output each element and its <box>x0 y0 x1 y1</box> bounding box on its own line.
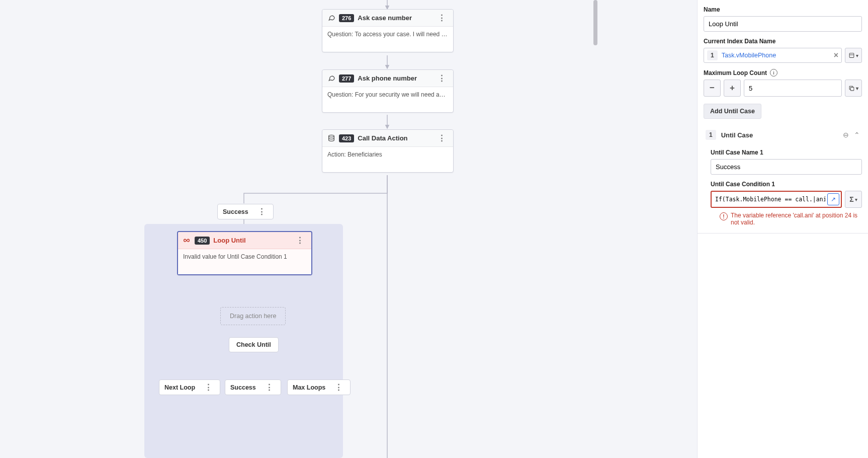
case-name-input[interactable] <box>711 159 862 175</box>
condition-error: ! The variable reference 'call.ani' at p… <box>720 212 862 226</box>
node-id-badge: 450 <box>195 237 210 245</box>
chip-menu-button[interactable]: ⋮ <box>263 383 276 392</box>
node-title: Call Data Action <box>358 134 407 142</box>
index-value: Task.vMobilePhone <box>722 52 776 59</box>
node-body: Action: Beneficiaries <box>322 147 453 172</box>
svg-rect-9 <box>849 53 854 58</box>
chip-menu-button[interactable]: ⋮ <box>255 207 268 216</box>
name-input[interactable] <box>704 16 862 32</box>
node-body: Question: To access your case. I will ne… <box>322 27 453 52</box>
database-icon <box>327 134 335 142</box>
node-title: Ask phone number <box>358 74 417 82</box>
node-error-msg: Invalid value for Until Case Condition 1 <box>178 249 311 274</box>
copy-button[interactable]: ▾ <box>845 80 862 97</box>
branch-chip-success-loop[interactable]: Success ⋮ <box>225 379 281 395</box>
decrement-button[interactable]: − <box>704 80 721 97</box>
info-icon[interactable]: i <box>770 69 777 77</box>
condition-input[interactable] <box>713 194 827 205</box>
drop-action-zone[interactable]: Drag action here <box>220 307 286 325</box>
panel-divider <box>698 233 868 234</box>
node-id-badge: 276 <box>339 14 354 22</box>
index-data-field[interactable]: 1 Task.vMobilePhone × <box>704 48 842 63</box>
chip-menu-button[interactable]: ⋮ <box>332 383 345 392</box>
node-menu-button[interactable]: ⋮ <box>436 14 448 22</box>
chat-icon <box>327 14 335 22</box>
chat-icon <box>327 74 335 83</box>
clear-index-button[interactable]: × <box>834 51 838 60</box>
label-case-condition: Until Case Condition 1 <box>711 181 862 188</box>
data-picker-button[interactable]: ▾ <box>845 48 862 63</box>
branch-chip-success[interactable]: Success ⋮ <box>217 204 274 219</box>
properties-panel: Name Current Index Data Name 1 Task.vMob… <box>697 0 868 458</box>
delete-case-icon[interactable]: ⊖ <box>843 131 849 139</box>
error-icon: ! <box>720 212 728 220</box>
node-id-badge: 277 <box>339 74 354 83</box>
expression-picker-button[interactable]: Σ▾ <box>845 191 862 208</box>
node-ask-case[interactable]: 276 Ask case number ⋮ Question: To acces… <box>322 9 454 52</box>
condition-field[interactable]: ↗ <box>711 191 842 208</box>
label-max-loop: Maximum Loop Count i <box>704 69 862 77</box>
expand-expression-button[interactable]: ↗ <box>827 193 839 205</box>
add-until-case-button[interactable]: Add Until Case <box>704 104 761 119</box>
branch-chip-next-loop[interactable]: Next Loop ⋮ <box>159 379 220 395</box>
node-title: Loop Until <box>213 237 245 244</box>
until-case-header[interactable]: 1 Until Case ⊖ ⌃ <box>704 127 862 143</box>
label-name: Name <box>704 6 862 13</box>
canvas-scrollbar[interactable] <box>593 0 597 45</box>
flow-canvas[interactable]: 276 Ask case number ⋮ Question: To acces… <box>0 0 697 458</box>
increment-button[interactable]: + <box>724 80 741 97</box>
node-loop-until[interactable]: 450 Loop Until ⋮ Invalid value for Until… <box>177 231 312 275</box>
case-title: Until Case <box>721 131 753 139</box>
max-loop-input[interactable] <box>744 80 842 97</box>
infinity-icon <box>183 237 191 245</box>
label-current-index: Current Index Data Name <box>704 38 862 45</box>
svg-rect-11 <box>850 87 854 91</box>
node-id-badge: 423 <box>339 134 354 142</box>
node-ask-phone[interactable]: 277 Ask phone number ⋮ Question: For you… <box>322 69 454 113</box>
chip-check-until[interactable]: Check Until <box>229 337 279 352</box>
svg-point-8 <box>329 135 334 137</box>
node-menu-button[interactable]: ⋮ <box>436 134 448 142</box>
branch-chip-max-loops[interactable]: Max Loops ⋮ <box>287 379 351 395</box>
node-menu-button[interactable]: ⋮ <box>294 236 306 245</box>
index-badge: 1 <box>707 50 718 60</box>
case-badge: 1 <box>706 130 716 140</box>
node-body: Question: For your security we will need… <box>322 87 453 112</box>
collapse-case-icon[interactable]: ⌃ <box>854 131 860 139</box>
chip-menu-button[interactable]: ⋮ <box>202 383 215 392</box>
node-title: Ask case number <box>358 14 412 22</box>
node-call-data[interactable]: 423 Call Data Action ⋮ Action: Beneficia… <box>322 129 454 173</box>
node-menu-button[interactable]: ⋮ <box>436 74 448 83</box>
label-case-name: Until Case Name 1 <box>711 149 862 156</box>
